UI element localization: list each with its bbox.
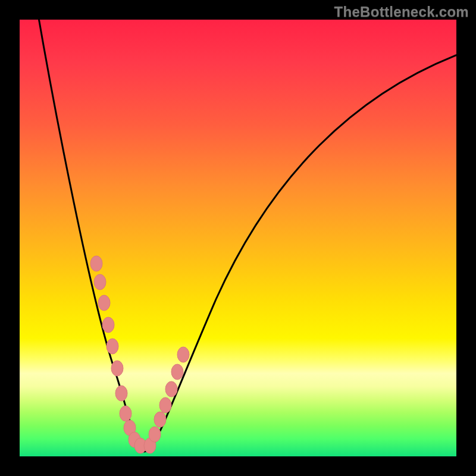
bottleneck-curve	[37, 8, 472, 452]
marker-dot	[98, 295, 110, 311]
chart-overlay	[20, 20, 456, 456]
marker-dot	[171, 364, 183, 380]
marker-dot	[90, 256, 102, 271]
marker-dot	[102, 317, 114, 333]
marker-dot	[177, 347, 189, 362]
marker-dot	[165, 381, 177, 397]
marker-dot	[111, 361, 123, 376]
marker-dot	[115, 386, 127, 401]
marker-dot	[120, 406, 131, 421]
watermark-text: TheBottleneck.com	[334, 4, 469, 20]
marker-dot	[149, 427, 161, 442]
marker-dot	[94, 274, 106, 290]
chart-frame: TheBottleneck.com	[0, 0, 476, 476]
marker-dot	[107, 339, 118, 354]
marker-dot	[154, 412, 166, 427]
marker-dots-layer	[90, 256, 189, 453]
marker-dot	[159, 397, 171, 413]
